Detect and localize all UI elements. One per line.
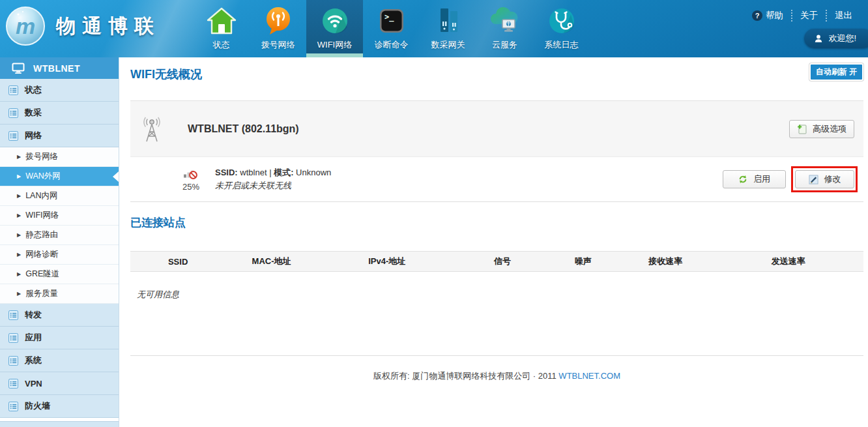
help-link[interactable]: ? 帮助 xyxy=(744,10,791,22)
sidebar-item-dial-network[interactable]: 拨号网络 xyxy=(0,147,119,167)
nav-item-diagnostic-command[interactable]: >_ 诊断命令 xyxy=(363,0,420,57)
column-header-noise: 噪声 xyxy=(548,252,618,272)
sidebar-item-network[interactable]: 网络 xyxy=(0,125,119,147)
brand-name: 物通博联 xyxy=(56,13,160,40)
user-icon xyxy=(814,34,823,43)
advanced-options-icon xyxy=(797,124,807,134)
nav-item-dial-network[interactable]: 拨号网络 xyxy=(250,0,306,57)
list-icon xyxy=(8,402,18,411)
stethoscope-icon xyxy=(547,5,576,37)
sidebar-next-item-edge xyxy=(0,421,119,427)
sidebar-item-system[interactable]: 系统 xyxy=(0,349,119,372)
home-icon xyxy=(207,5,237,37)
signal-percent: 25% xyxy=(177,182,205,192)
page-title: WIFI无线概况 xyxy=(130,66,863,82)
question-icon: ? xyxy=(752,10,762,21)
wifi-panel-header: WTBLNET (802.11bgn) 高级选项 xyxy=(130,101,863,157)
site-link[interactable]: WTBLNET.COM xyxy=(558,371,620,381)
sidebar-item-vpn[interactable]: VPN xyxy=(0,372,119,395)
wifi-status-row: 25% SSID: wtblnet | 模式: Unknown 未开启或未关联无… xyxy=(130,157,863,201)
stations-table: SSID MAC-地址 IPv4-地址 信号 噪声 接收速率 发送速率 xyxy=(130,251,863,272)
list-icon xyxy=(8,85,18,95)
list-icon xyxy=(8,310,18,320)
mode-value: Unknown xyxy=(296,168,331,177)
sidebar-item-lan[interactable]: LAN内网 xyxy=(0,186,119,206)
main-content: WIFI无线概况 自动刷新 开 WTBLNET (802.11bgn) xyxy=(119,57,868,427)
stations-header-row: SSID MAC-地址 IPv4-地址 信号 噪声 接收速率 发送速率 xyxy=(130,252,863,272)
edit-icon xyxy=(809,175,818,184)
list-icon xyxy=(8,356,18,366)
antenna-icon xyxy=(139,115,164,143)
signal-disabled-icon xyxy=(183,168,199,180)
svg-text:m: m xyxy=(16,14,35,38)
main-nav: 状态 拨号网络 xyxy=(193,0,590,57)
edit-button[interactable]: 修改 xyxy=(795,170,854,188)
sidebar-item-wan[interactable]: WAN外网 xyxy=(0,167,119,186)
brand-logo: m 物通博联 xyxy=(5,6,160,46)
column-header-mac: MAC-地址 xyxy=(225,252,317,272)
list-icon xyxy=(8,333,18,343)
terminal-icon: >_ xyxy=(378,5,405,37)
copyright-text: 版权所有: 厦门物通博联网络科技有限公司 · 2011 xyxy=(373,371,557,381)
nav-item-data-gateway[interactable]: 数采网关 xyxy=(420,0,476,57)
list-icon xyxy=(8,379,18,389)
monitor-icon xyxy=(12,63,25,74)
sidebar-item-static-route[interactable]: 静态路由 xyxy=(0,226,119,245)
advanced-options-button[interactable]: 高级选项 xyxy=(789,120,854,138)
column-header-ipv4: IPv4-地址 xyxy=(317,252,457,272)
ssid-block: SSID: wtblnet | 模式: Unknown 未开启或未关联无线 xyxy=(215,166,331,192)
logo-sphere-icon: m xyxy=(5,6,46,46)
footer: 版权所有: 厦门物通博联网络科技有限公司 · 2011 WTBLNET.COM xyxy=(130,370,863,382)
nav-item-wifi-network[interactable]: WIFI网络 xyxy=(306,0,363,57)
sidebar-item-net-diagnosis[interactable]: 网络诊断 xyxy=(0,245,119,265)
top-header: m 物通博联 状态 xyxy=(0,0,868,57)
wifi-icon xyxy=(321,5,349,37)
wifi-status-text: 未开启或未关联无线 xyxy=(215,179,331,192)
sidebar-item-applications[interactable]: 应用 xyxy=(0,327,119,349)
enable-button[interactable]: 启用 xyxy=(723,170,786,188)
wifi-overview-panel: WTBLNET (802.11bgn) 高级选项 xyxy=(130,100,863,202)
ssid-line: SSID: wtblnet | 模式: Unknown xyxy=(215,166,331,179)
auto-refresh-toggle[interactable]: 自动刷新 开 xyxy=(809,63,863,81)
ssid-value: wtblnet xyxy=(240,168,267,177)
sidebar-item-gre-tunnel[interactable]: GRE隧道 xyxy=(0,265,119,284)
dial-network-icon xyxy=(264,5,293,37)
refresh-icon xyxy=(738,175,747,184)
list-icon xyxy=(8,131,18,141)
cloud-icon xyxy=(488,5,522,37)
column-header-signal: 信号 xyxy=(457,252,549,272)
sidebar-title: WTBLNET xyxy=(0,57,119,79)
about-link[interactable]: 关于 xyxy=(791,10,826,22)
logout-link[interactable]: 退出 xyxy=(826,10,860,22)
welcome-badge[interactable]: 欢迎您! xyxy=(804,29,868,48)
nav-item-system-log[interactable]: 系统日志 xyxy=(533,0,590,57)
header-links: ? 帮助 关于 退出 xyxy=(744,10,860,22)
sidebar-item-forwarding[interactable]: 转发 xyxy=(0,304,119,327)
sidebar-item-status[interactable]: 状态 xyxy=(0,79,119,102)
sidebar: WTBLNET 状态 数采 网络 拨号网络 WAN外网 LAN内网 WIFI网络… xyxy=(0,57,119,427)
gateway-icon xyxy=(434,5,463,37)
sidebar-item-firewall[interactable]: 防火墙 xyxy=(0,395,119,418)
column-header-ssid: SSID xyxy=(130,252,225,272)
list-icon xyxy=(8,108,18,118)
column-header-tx-rate: 发送速率 xyxy=(713,252,863,272)
stations-heading: 已连接站点 xyxy=(130,215,863,230)
nav-item-status[interactable]: 状态 xyxy=(193,0,250,57)
network-title: WTBLNET (802.11bgn) xyxy=(188,123,299,135)
stations-empty-message: 无可用信息 xyxy=(137,289,863,301)
sidebar-item-wifi[interactable]: WIFI网络 xyxy=(0,206,119,226)
sidebar-item-data-collect[interactable]: 数采 xyxy=(0,102,119,125)
signal-block: 25% xyxy=(177,168,205,192)
svg-text:>_: >_ xyxy=(384,12,394,22)
sidebar-item-qos[interactable]: 服务质量 xyxy=(0,284,119,304)
nav-item-cloud-service[interactable]: 云服务 xyxy=(476,0,533,57)
footer-divider xyxy=(130,355,863,356)
column-header-rx-rate: 接收速率 xyxy=(618,252,713,272)
